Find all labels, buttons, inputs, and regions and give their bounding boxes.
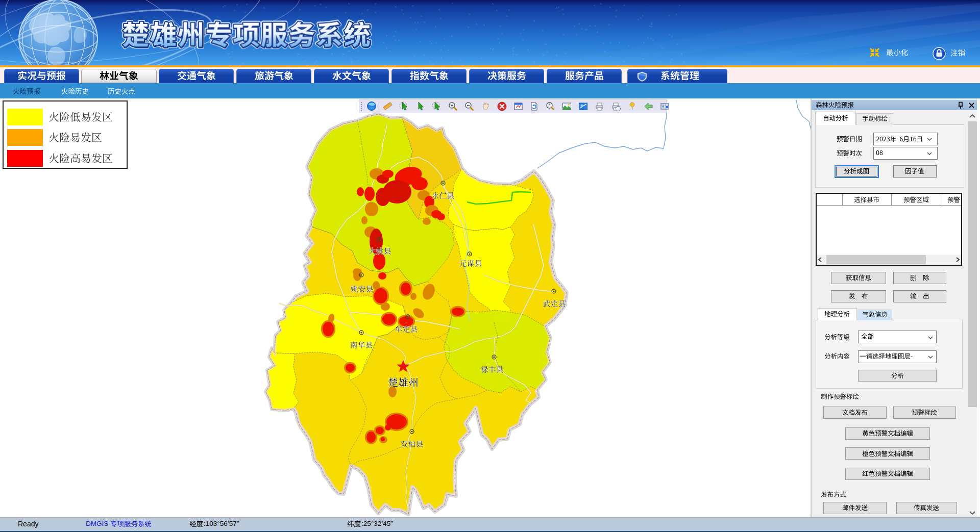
svg-text:?: ?: [548, 103, 550, 108]
